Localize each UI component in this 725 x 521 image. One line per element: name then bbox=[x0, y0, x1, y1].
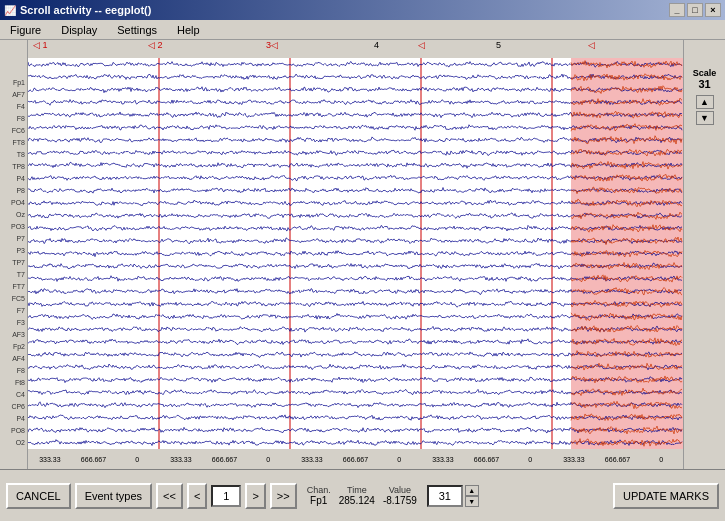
scale-value-display: 31 bbox=[698, 78, 710, 90]
scale-panel: Scale 31 ▲ ▼ bbox=[683, 58, 725, 449]
value-label: Value bbox=[389, 485, 411, 495]
scale-input[interactable] bbox=[427, 485, 463, 507]
menu-settings[interactable]: Settings bbox=[111, 22, 163, 38]
title-bar: 📈 Scroll activity -- eegplot() _ □ × bbox=[0, 0, 725, 20]
update-marks-button[interactable]: UPDATE MARKS bbox=[613, 483, 719, 509]
value-value: -8.1759 bbox=[383, 495, 417, 506]
scale-spin-up[interactable]: ▲ bbox=[465, 485, 479, 496]
time-value: 285.124 bbox=[339, 495, 375, 506]
scale-spin-down[interactable]: ▼ bbox=[465, 496, 479, 507]
x-axis-labels bbox=[28, 449, 683, 469]
cancel-button[interactable]: CANCEL bbox=[6, 483, 71, 509]
next-next-button[interactable]: >> bbox=[270, 483, 297, 509]
next-button[interactable]: > bbox=[245, 483, 265, 509]
page-input[interactable] bbox=[211, 485, 241, 507]
info-panel: Chan. Fp1 Time 285.124 Value -8.1759 bbox=[307, 485, 417, 506]
time-markers-row: ◁ 1 ◁ 2 3◁ 4 ◁ 5 ◁ bbox=[28, 40, 683, 58]
chan-label: Chan. bbox=[307, 485, 331, 495]
window-icon: 📈 bbox=[4, 5, 16, 16]
minimize-button[interactable]: _ bbox=[669, 3, 685, 17]
scale-down-button[interactable]: ▼ bbox=[696, 111, 714, 125]
close-button[interactable]: × bbox=[705, 3, 721, 17]
menu-display[interactable]: Display bbox=[55, 22, 103, 38]
channel-labels: Fp1 AF7 F4 F8 FC6 FT8 T8 TP8 P4 P8 PO4 O… bbox=[0, 58, 28, 449]
maximize-button[interactable]: □ bbox=[687, 3, 703, 17]
prev-button[interactable]: < bbox=[187, 483, 207, 509]
menu-figure[interactable]: Figure bbox=[4, 22, 47, 38]
event-types-button[interactable]: Event types bbox=[75, 483, 152, 509]
chan-value: Fp1 bbox=[310, 495, 327, 506]
menu-help[interactable]: Help bbox=[171, 22, 206, 38]
prev-prev-button[interactable]: << bbox=[156, 483, 183, 509]
bottom-bar: CANCEL Event types << < > >> Chan. Fp1 T… bbox=[0, 469, 725, 521]
window-title: Scroll activity -- eegplot() bbox=[20, 4, 151, 16]
scale-label: Scale bbox=[693, 68, 717, 78]
eeg-plot[interactable] bbox=[28, 58, 683, 449]
time-label: Time bbox=[347, 485, 367, 495]
menu-bar: Figure Display Settings Help bbox=[0, 20, 725, 40]
scale-up-button[interactable]: ▲ bbox=[696, 95, 714, 109]
